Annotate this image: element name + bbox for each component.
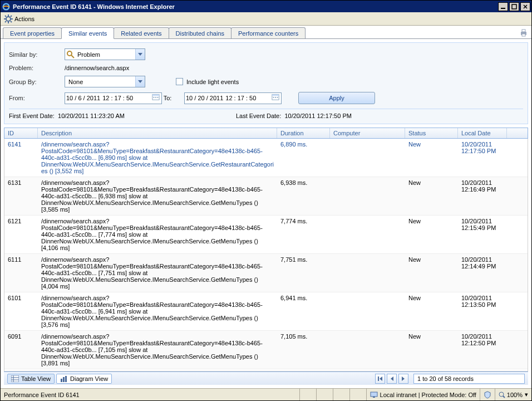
maximize-button[interactable] xyxy=(509,2,519,11)
table-row[interactable]: 6131/dinnernow/search.aspx?PostalCode=98… xyxy=(4,177,528,216)
col-description[interactable]: Description xyxy=(38,128,277,138)
minimize-button[interactable] xyxy=(498,2,508,11)
magnifier-icon xyxy=(66,50,75,59)
window-root: Performance Event ID 6141 - Windows Inte… xyxy=(0,0,532,401)
cell-description[interactable]: /dinnernow/search.aspx?PostalCode=98101&… xyxy=(38,255,277,291)
problem-value: /dinnernow/search.aspx xyxy=(65,65,129,71)
include-light-checkbox[interactable]: Include light events xyxy=(176,78,239,85)
svg-rect-35 xyxy=(371,392,377,397)
cell-date: 10/20/2011 12:13:50 PM xyxy=(458,294,507,329)
tab-distributed-chains[interactable]: Distributed chains xyxy=(169,27,231,38)
actions-menu[interactable]: Actions xyxy=(14,16,35,22)
table-row[interactable]: 6141/dinnernow/search.aspx?PostalCode=98… xyxy=(4,139,528,177)
tab-similar-events[interactable]: Similar events xyxy=(61,27,114,39)
table-row[interactable]: 6091/dinnernow/search.aspx?PostalCode=98… xyxy=(4,331,528,369)
from-date-value[interactable]: 10 / 6 / 2011 xyxy=(65,95,101,101)
grid-body[interactable]: 6141/dinnernow/search.aspx?PostalCode=98… xyxy=(4,139,528,371)
col-status[interactable]: Status xyxy=(405,128,458,138)
table-icon xyxy=(11,375,19,382)
security-zone: Local intranet | Protected Mode: Off xyxy=(366,389,480,400)
svg-point-37 xyxy=(499,392,504,397)
cell-description[interactable]: /dinnernow/search.aspx?PostalCode=98101&… xyxy=(38,178,277,214)
last-event-date: Last Event Date: 10/20/2011 12:17:50 PM xyxy=(236,113,352,119)
window-title: Performance Event ID 6141 - Windows Inte… xyxy=(13,3,497,10)
similar-by-combo[interactable]: Problem xyxy=(65,48,145,60)
tab-performance-counters[interactable]: Performance counters xyxy=(231,27,306,38)
svg-rect-20 xyxy=(155,97,156,98)
chevron-down-icon[interactable]: ▾ xyxy=(525,391,528,398)
cell-status: New xyxy=(405,332,458,368)
first-page-button[interactable] xyxy=(375,374,385,384)
next-page-button[interactable] xyxy=(398,374,408,384)
cell-description[interactable]: /dinnernow/search.aspx?PostalCode=98101&… xyxy=(38,217,277,252)
apply-button[interactable]: Apply xyxy=(298,92,375,104)
checkbox-icon[interactable] xyxy=(176,78,183,85)
col-local-date[interactable]: Local Date xyxy=(458,128,507,138)
prev-page-button[interactable] xyxy=(387,374,397,384)
cell-status: New xyxy=(405,255,458,291)
col-duration[interactable]: Duration xyxy=(277,128,330,138)
cell-status: New xyxy=(405,178,458,214)
svg-rect-34 xyxy=(378,376,379,381)
svg-rect-26 xyxy=(277,97,278,98)
chevron-down-icon[interactable] xyxy=(135,76,145,87)
cell-id[interactable]: 6121 xyxy=(4,217,38,252)
table-row[interactable]: 6111/dinnernow/search.aspx?PostalCode=98… xyxy=(4,254,528,292)
status-text: Performance Event ID 6141 xyxy=(1,389,299,400)
from-date-input[interactable]: 10 / 6 / 2011 12 : 17 : 50 xyxy=(65,92,162,104)
cell-id[interactable]: 6131 xyxy=(4,178,38,214)
zoom-icon xyxy=(499,392,505,398)
cell-id[interactable]: 6091 xyxy=(4,332,38,368)
svg-point-15 xyxy=(67,51,72,56)
cell-duration: 6,938 ms. xyxy=(277,178,330,214)
protected-mode-icon[interactable] xyxy=(480,389,495,400)
tab-strip: Event properties Similar events Related … xyxy=(1,26,531,39)
cell-computer xyxy=(330,217,405,252)
cell-description[interactable]: /dinnernow/search.aspx?PostalCode=98101&… xyxy=(38,332,277,368)
tab-related-events[interactable]: Related events xyxy=(114,27,169,38)
from-label: From: xyxy=(9,95,65,101)
cell-description[interactable]: /dinnernow/search.aspx?PostalCode=98101&… xyxy=(38,140,277,175)
cell-status: New xyxy=(405,140,458,175)
col-id[interactable]: ID xyxy=(4,128,38,138)
chevron-down-icon[interactable] xyxy=(135,49,145,60)
table-row[interactable]: 6121/dinnernow/search.aspx?PostalCode=98… xyxy=(4,216,528,254)
cell-duration: 6,941 ms. xyxy=(277,294,330,329)
cell-computer xyxy=(330,255,405,291)
content-area: Event properties Similar events Related … xyxy=(1,26,531,388)
from-time-value[interactable]: 12 : 17 : 50 xyxy=(101,95,134,101)
cell-description[interactable]: /dinnernow/search.aspx?PostalCode=98101&… xyxy=(38,294,277,329)
cell-id[interactable]: 6101 xyxy=(4,294,38,329)
grid-footer: Table View Diagram View 1 to 20 of 58 re… xyxy=(4,371,528,385)
table-view-label: Table View xyxy=(21,375,51,382)
print-icon[interactable] xyxy=(519,28,528,37)
cell-id[interactable]: 6141 xyxy=(4,140,38,175)
to-date-input[interactable]: 10 / 20 / 2011 12 : 17 : 50 xyxy=(184,92,282,104)
svg-rect-21 xyxy=(157,97,159,98)
calendar-icon[interactable] xyxy=(151,93,161,103)
cell-date: 10/20/2011 12:12:50 PM xyxy=(458,332,507,368)
to-date-value[interactable]: 10 / 20 / 2011 xyxy=(185,95,224,101)
cell-duration: 7,751 ms. xyxy=(277,255,330,291)
chart-icon xyxy=(60,375,68,382)
table-view-button[interactable]: Table View xyxy=(7,374,55,384)
diagram-view-button[interactable]: Diagram View xyxy=(56,374,112,384)
col-computer[interactable]: Computer xyxy=(330,128,405,138)
group-by-combo[interactable]: None xyxy=(65,76,145,87)
close-button[interactable] xyxy=(520,2,530,11)
tab-event-properties[interactable]: Event properties xyxy=(3,27,62,38)
to-time-value[interactable]: 12 : 17 : 50 xyxy=(224,95,257,101)
table-row[interactable]: 6101/dinnernow/search.aspx?PostalCode=98… xyxy=(4,292,528,331)
cell-computer xyxy=(330,332,405,368)
similar-by-value: Problem xyxy=(76,51,135,58)
calendar-icon[interactable] xyxy=(270,93,280,103)
svg-rect-23 xyxy=(272,95,279,96)
cell-id[interactable]: 6111 xyxy=(4,255,38,291)
cell-status: New xyxy=(405,217,458,252)
svg-rect-24 xyxy=(273,97,274,98)
svg-line-11 xyxy=(5,21,6,22)
cell-computer xyxy=(330,178,405,214)
ie-icon xyxy=(2,2,11,11)
cell-duration: 7,774 ms. xyxy=(277,217,330,252)
zoom-control[interactable]: 100% ▾ xyxy=(495,389,531,400)
